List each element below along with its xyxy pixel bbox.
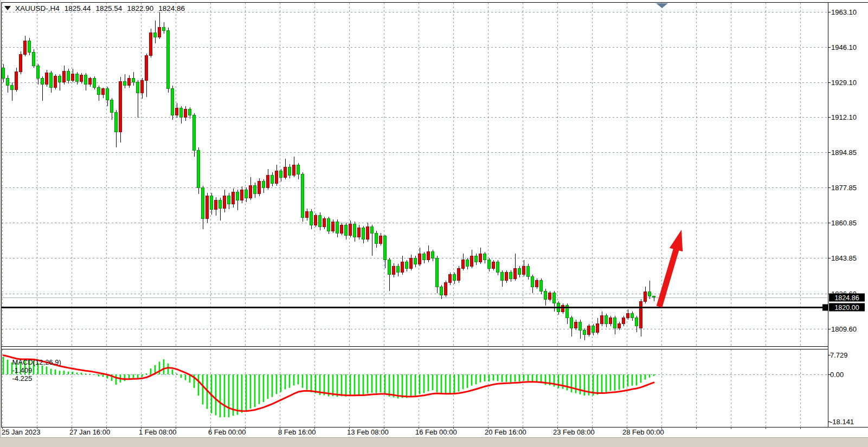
candle-body	[271, 176, 274, 184]
macd-histogram-bar	[228, 374, 230, 417]
candle-body	[631, 314, 634, 318]
candle-body	[427, 252, 430, 260]
candle-body	[180, 108, 183, 118]
candle-body	[358, 228, 361, 237]
macd-histogram-bar	[475, 374, 477, 384]
candle-body	[284, 167, 287, 177]
price-chart-canvas[interactable]: 1963.101946.101929.101912.101894.851877.…	[0, 0, 868, 447]
macd-histogram-bar	[246, 374, 247, 411]
macd-histogram-bar	[519, 374, 520, 381]
candle-body	[592, 326, 595, 332]
macd-histogram-bar	[389, 374, 390, 397]
candle-body	[262, 182, 265, 187]
price-axis-label: 1860.85	[831, 219, 857, 227]
candle-body	[306, 211, 308, 217]
candle-body	[323, 219, 326, 227]
macd-histogram-bar	[458, 374, 460, 392]
candle-body	[24, 41, 27, 55]
macd-histogram-bar	[614, 374, 616, 391]
macd-histogram-bar	[376, 374, 377, 393]
candle-body	[401, 262, 404, 273]
macd-histogram-bar	[384, 374, 386, 394]
candle-body	[193, 115, 196, 151]
macd-histogram-bar	[220, 374, 221, 417]
candle-body	[388, 260, 391, 275]
candle-body	[497, 262, 499, 273]
candle-body	[167, 31, 170, 89]
macd-histogram-bar	[575, 374, 577, 393]
macd-histogram-bar	[640, 374, 642, 383]
chart-background	[0, 0, 868, 447]
macd-histogram-bar	[124, 374, 126, 381]
candle-body	[106, 88, 109, 100]
chart-title: XAUUSD-,H4 1825.44 1825.54 1822.90 1824.…	[4, 3, 190, 13]
candle-body	[349, 224, 352, 235]
candle-body	[640, 301, 642, 328]
macd-histogram-bar	[81, 373, 82, 374]
support-line-anchor[interactable]	[822, 304, 828, 310]
macd-histogram-bar	[202, 374, 204, 405]
candle-body	[158, 28, 161, 37]
macd-histogram-bar	[354, 374, 356, 396]
candle-body	[219, 200, 222, 208]
macd-histogram-bar	[436, 374, 438, 392]
macd-histogram-bar	[259, 374, 260, 404]
macd-histogram-bar	[363, 374, 364, 395]
ohlc-close: 1824.86	[158, 4, 185, 12]
macd-histogram-bar	[497, 374, 499, 381]
candle-body	[11, 86, 14, 90]
candle-body	[241, 190, 243, 200]
candle-body	[115, 112, 118, 132]
price-axis-label: 1963.10	[831, 8, 857, 16]
candle-body	[644, 292, 647, 301]
candle-body	[189, 109, 191, 115]
macd-histogram-bar	[515, 374, 516, 381]
candle-body	[267, 176, 269, 188]
price-axis-label: 1809.60	[831, 325, 857, 333]
macd-histogram-bar	[415, 374, 416, 396]
candle-body	[609, 318, 612, 324]
macd-histogram-bar	[428, 374, 429, 391]
candle-body	[362, 228, 365, 239]
macd-histogram-bar	[142, 374, 143, 377]
candle-body	[258, 182, 261, 194]
macd-axis-label: -18.141	[830, 418, 854, 426]
chart-window: 1963.101946.101929.101912.101894.851877.…	[0, 0, 868, 447]
candle-body	[445, 283, 447, 295]
macd-histogram-bar	[137, 374, 139, 378]
candle-body	[375, 233, 378, 243]
macd-histogram-bar	[380, 374, 382, 392]
candle-body	[137, 82, 139, 93]
price-axis-label: 1877.85	[831, 184, 857, 192]
macd-histogram-bar	[506, 374, 507, 382]
candle-body	[197, 151, 200, 188]
candle-body	[67, 71, 70, 80]
macd-histogram-bar	[610, 374, 612, 391]
macd-histogram-bar	[263, 374, 265, 402]
macd-histogram-bar	[445, 374, 447, 394]
symbol-dropdown-icon[interactable]	[4, 6, 11, 10]
candle-body	[423, 254, 426, 260]
chart-shift-marker-icon[interactable]	[656, 3, 668, 8]
candle-body	[59, 76, 61, 82]
time-axis-label: 1 Feb 08:00	[139, 428, 176, 436]
candle-body	[353, 224, 356, 237]
candle-body	[414, 258, 417, 264]
macd-histogram-bar	[536, 374, 538, 382]
macd-histogram-bar	[172, 370, 173, 374]
candle-body	[544, 291, 547, 299]
price-badge-label: 1820.00	[834, 304, 859, 312]
time-axis-label: 23 Feb 08:00	[553, 428, 595, 436]
candle-body	[327, 219, 330, 231]
candle-body	[397, 266, 400, 272]
macd-histogram-bar	[302, 374, 304, 388]
candle-body	[471, 256, 473, 266]
candle-body	[293, 165, 295, 175]
macd-indicator-label: MACD(12,26,9) -1.409 -4.225	[4, 350, 66, 391]
macd-histogram-bar	[432, 374, 434, 390]
macd-histogram-bar	[501, 374, 503, 382]
candle-body	[28, 41, 31, 53]
macd-histogram-bar	[584, 374, 586, 396]
macd-histogram-bar	[480, 374, 481, 383]
price-axis-label: 1843.85	[831, 254, 857, 262]
